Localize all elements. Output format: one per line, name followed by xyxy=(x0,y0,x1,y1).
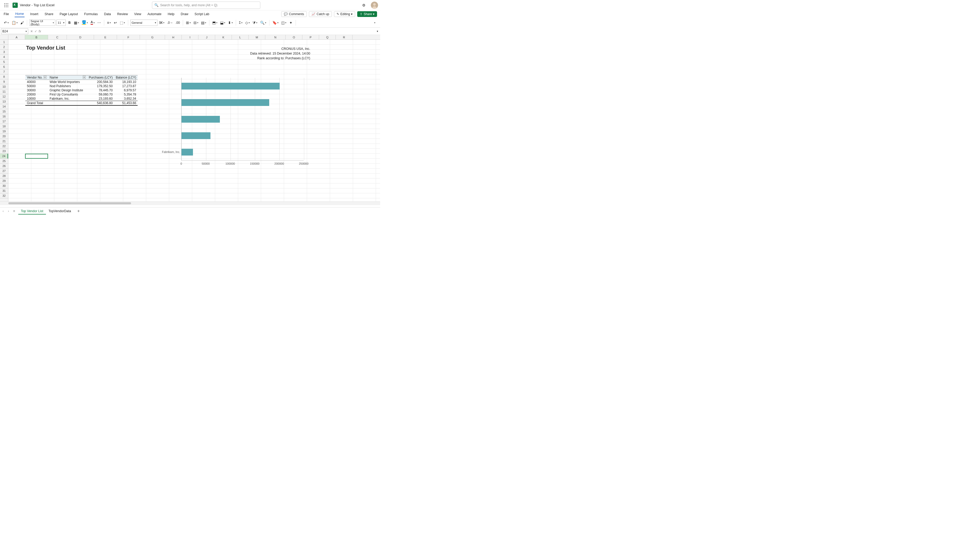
borders-button[interactable]: ▦ xyxy=(73,20,80,26)
document-title[interactable]: Vendor - Top List Excel xyxy=(20,3,55,7)
ribbon-tab-help[interactable]: Help xyxy=(167,11,175,17)
ribbon-tab-formulas[interactable]: Formulas xyxy=(83,11,98,17)
col-header-A[interactable]: A xyxy=(8,35,25,40)
ribbon-tab-automate[interactable]: Automate xyxy=(147,11,162,17)
row-header-22[interactable]: 22 xyxy=(0,144,8,149)
row-header-8[interactable]: 8 xyxy=(0,74,8,79)
col-header-K[interactable]: K xyxy=(215,35,232,40)
editing-mode-button[interactable]: ✎Editing ▾ xyxy=(334,11,355,17)
table-row[interactable]: 20000First Up Consultants59,060.705,354.… xyxy=(25,92,138,96)
col-header-J[interactable]: J xyxy=(198,35,215,40)
sensitivity-button[interactable]: 🔖 xyxy=(271,20,280,26)
row-header-28[interactable]: 28 xyxy=(0,173,8,178)
addins-button[interactable]: ◫ xyxy=(280,20,287,26)
row-header-25[interactable]: 25 xyxy=(0,159,8,164)
row-header-15[interactable]: 15 xyxy=(0,109,8,114)
ribbon-tab-insert[interactable]: Insert xyxy=(30,11,39,17)
filter-icon[interactable]: ▾ xyxy=(43,76,47,79)
insert-rows-button[interactable]: ⬒ xyxy=(211,20,218,26)
row-header-7[interactable]: 7 xyxy=(0,70,8,74)
settings-gear-icon[interactable]: ⚙ xyxy=(362,3,366,7)
sheet-list-button[interactable]: ≡ xyxy=(12,209,16,213)
align-button[interactable]: ≡ xyxy=(106,20,112,26)
fill-color-button[interactable]: 🪣 xyxy=(81,20,89,26)
font-size-select[interactable]: 11▾ xyxy=(57,20,66,26)
bold-button[interactable]: B xyxy=(67,20,72,26)
row-header-10[interactable]: 10 xyxy=(0,84,8,89)
col-header-E[interactable]: E xyxy=(94,35,117,40)
chart-bar[interactable] xyxy=(181,99,269,106)
sheet-tab-topvendordata[interactable]: TopVendorData xyxy=(46,208,73,214)
formula-expand-button[interactable]: ▾ xyxy=(375,30,380,33)
row-header-5[interactable]: 5 xyxy=(0,60,8,65)
search-input[interactable]: 🔍 Search for tools, help, and more (Alt … xyxy=(152,2,260,9)
vendor-chart[interactable]: Fabrikam, Inc.05000010000015000020000025… xyxy=(162,78,304,168)
fx-icon[interactable]: fx xyxy=(39,30,41,33)
ribbon-tab-share[interactable]: Share xyxy=(44,11,54,17)
table-row[interactable]: 30000Graphic Design Institute78,445.706,… xyxy=(25,88,138,92)
row-header-30[interactable]: 30 xyxy=(0,183,8,188)
undo-button[interactable]: ↶ xyxy=(3,20,10,26)
autosum-button[interactable]: Σ xyxy=(238,20,243,26)
row-header-27[interactable]: 27 xyxy=(0,169,8,173)
col-header-N[interactable]: N xyxy=(265,35,286,40)
row-header-3[interactable]: 3 xyxy=(0,50,8,55)
table-header[interactable]: Name▾ xyxy=(48,75,87,80)
ribbon-tab-review[interactable]: Review xyxy=(117,11,128,17)
table-header[interactable]: Vendor No.▾ xyxy=(25,75,48,80)
col-header-O[interactable]: O xyxy=(286,35,302,40)
row-header-18[interactable]: 18 xyxy=(0,124,8,129)
col-header-D[interactable]: D xyxy=(67,35,94,40)
row-header-31[interactable]: 31 xyxy=(0,188,8,193)
chart-bar[interactable] xyxy=(181,132,210,139)
ribbon-tab-draw[interactable]: Draw xyxy=(180,11,189,17)
ribbon-expand-button[interactable] xyxy=(372,20,377,26)
row-header-24[interactable]: 24 xyxy=(0,154,8,159)
delete-rows-button[interactable]: ⬓ xyxy=(219,20,226,26)
number-format-select[interactable]: General▾ xyxy=(130,20,157,26)
worksheet-cells[interactable]: Top Vendor List CRONUS USA, Inc. Data re… xyxy=(8,40,380,201)
row-header-4[interactable]: 4 xyxy=(0,55,8,60)
row-header-14[interactable]: 14 xyxy=(0,104,8,109)
row-height-button[interactable]: ⬍ xyxy=(227,20,234,26)
format-cells-button[interactable]: ▤ xyxy=(200,20,207,26)
row-header-1[interactable]: 1 xyxy=(0,40,8,45)
cancel-formula-button[interactable]: ✕ xyxy=(30,30,33,33)
horizontal-scrollbar[interactable] xyxy=(0,201,380,205)
filter-icon[interactable]: ▾ xyxy=(83,76,86,79)
ribbon-tab-home[interactable]: Home xyxy=(15,11,24,17)
row-header-20[interactable]: 20 xyxy=(0,134,8,139)
chart-bar[interactable] xyxy=(181,149,193,156)
row-header-9[interactable]: 9 xyxy=(0,79,8,84)
sheet-tab-top-vendor-list[interactable]: Top Vendor List xyxy=(18,208,46,214)
decrease-decimal-button[interactable]: .00 xyxy=(175,20,181,26)
row-header-13[interactable]: 13 xyxy=(0,99,8,104)
row-header-26[interactable]: 26 xyxy=(0,164,8,169)
chart-bar[interactable] xyxy=(181,83,280,90)
col-header-I[interactable]: I xyxy=(182,35,198,40)
col-header-R[interactable]: R xyxy=(336,35,353,40)
ribbon-tab-page-layout[interactable]: Page Layout xyxy=(59,11,78,17)
col-header-C[interactable]: C xyxy=(48,35,67,40)
row-header-23[interactable]: 23 xyxy=(0,149,8,154)
select-all-corner[interactable] xyxy=(0,35,8,40)
catch-up-button[interactable]: 📈Catch up xyxy=(309,11,332,17)
clear-button[interactable]: ◇ xyxy=(245,20,251,26)
row-header-12[interactable]: 12 xyxy=(0,94,8,99)
row-header-19[interactable]: 19 xyxy=(0,129,8,134)
row-header-2[interactable]: 2 xyxy=(0,45,8,50)
currency-button[interactable]: $€ xyxy=(158,20,165,26)
increase-decimal-button[interactable]: .0→ xyxy=(166,20,174,26)
sheet-nav-prev[interactable]: ‹ xyxy=(2,209,5,213)
table-row[interactable]: 10000Fabrikam, Inc.23,193.603,652.34 xyxy=(25,96,138,101)
share-button[interactable]: ⇪Share ▾ xyxy=(357,11,377,17)
col-header-G[interactable]: G xyxy=(140,35,165,40)
chart-bar[interactable] xyxy=(181,116,220,123)
col-header-M[interactable]: M xyxy=(248,35,265,40)
merge-button[interactable]: ⬚ xyxy=(119,20,126,26)
accept-formula-button[interactable]: ✓ xyxy=(35,30,37,33)
row-header-16[interactable]: 16 xyxy=(0,114,8,119)
row-header-21[interactable]: 21 xyxy=(0,139,8,144)
ribbon-tab-data[interactable]: Data xyxy=(103,11,111,17)
col-header-P[interactable]: P xyxy=(302,35,319,40)
